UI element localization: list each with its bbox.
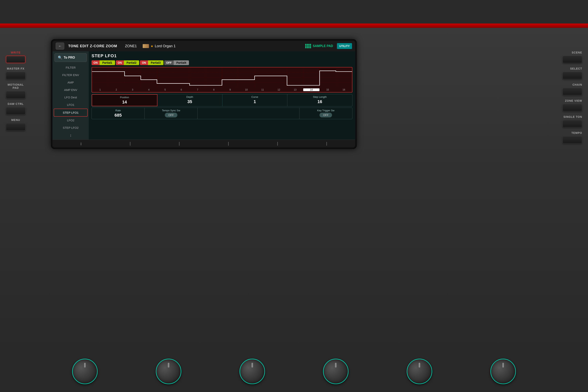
bottom-marker-1: | — [106, 141, 155, 146]
utility-button[interactable]: UTILITY — [337, 43, 352, 49]
tempo-sync-cell[interactable]: Tempo Sync Sw OFF — [145, 108, 198, 119]
step-16[interactable]: 16 — [336, 88, 352, 91]
magnify-icon: 🔍 — [58, 56, 62, 60]
tempo-sync-label: Tempo Sync Sw — [146, 109, 196, 112]
knob-1[interactable] — [72, 359, 98, 384]
step-14[interactable]: 14 — [303, 88, 320, 91]
key-trigger-cell[interactable]: Key Trigger Sw OFF — [300, 108, 352, 119]
depth-value: 35 — [159, 99, 220, 104]
curve-label: Curve — [224, 96, 286, 98]
step-3[interactable]: 3 — [124, 88, 141, 91]
step-1[interactable]: 1 — [92, 88, 108, 91]
curve-cell[interactable]: Curve 1 — [222, 94, 288, 106]
tempo-sync-button[interactable]: OFF — [165, 113, 178, 118]
partial-tab-4[interactable]: OFF Partial4 — [164, 60, 189, 65]
step-11[interactable]: 11 — [254, 88, 271, 91]
write-label: WRITE — [11, 51, 20, 54]
write-group: WRITE — [6, 51, 26, 63]
params-row-1: Position 14 Depth 35 Curve 1 Step Leng — [92, 94, 352, 106]
chain-button[interactable] — [562, 88, 582, 95]
partial-tab-3[interactable]: ON Partial3 — [140, 60, 164, 65]
step-10[interactable]: 10 — [238, 88, 254, 91]
knob-3[interactable] — [240, 359, 265, 384]
sidebar-item-amp[interactable]: AMP — [52, 79, 89, 86]
key-trigger-button[interactable]: OFF — [320, 113, 332, 118]
master-fx-group: MASTER FX — [6, 67, 26, 79]
step-8[interactable]: 8 — [206, 88, 222, 91]
partial-tab-2[interactable]: ON Partial2 — [116, 60, 139, 65]
step-9[interactable]: 9 — [222, 88, 238, 91]
patch-star-icon: ★ — [150, 44, 153, 48]
sidebar-item-filter[interactable]: FILTER — [52, 64, 89, 71]
knob-6[interactable] — [490, 359, 516, 384]
step-6[interactable]: 6 — [173, 88, 190, 91]
sidebar-item-step-lfo2[interactable]: STEP LFO2 — [52, 124, 89, 132]
scene-button[interactable] — [562, 56, 582, 63]
sidebar-item-filter-env[interactable]: FILTER ENV — [52, 71, 89, 79]
sidebar-scroll-arrow[interactable]: ↕ — [52, 132, 89, 139]
write-button[interactable] — [6, 56, 26, 63]
back-button[interactable]: ← — [56, 42, 64, 50]
sample-pad-indicator[interactable]: SAMPLE PAD — [305, 44, 333, 48]
patch-name: Lord Organ 1 — [155, 44, 176, 48]
screen-header: ← TONE EDIT Z-CORE ZOOM ZONE1 ★ Lord Org… — [52, 41, 355, 51]
select-button[interactable] — [562, 72, 582, 79]
master-fx-button[interactable] — [6, 72, 26, 79]
sidebar-item-step-lfo1[interactable]: STEP LFO1 — [54, 108, 88, 116]
zone-label: ZONE1 — [125, 44, 137, 48]
tempo-group: TEMPO — [562, 131, 582, 144]
depth-label: Depth — [159, 96, 220, 98]
position-label: Position — [94, 96, 155, 99]
sample-pad-icon — [305, 44, 311, 48]
knobs-row — [43, 359, 545, 384]
step-13[interactable]: 13 — [287, 88, 303, 91]
menu-label: MENU — [11, 118, 20, 122]
sidebar-item-lfo-dest[interactable]: LFO Dest — [52, 94, 89, 101]
waveform-display[interactable]: 1 2 3 4 5 6 7 8 9 10 11 12 13 — [92, 67, 352, 92]
position-cell[interactable]: Position 14 — [92, 94, 158, 106]
tempo-button[interactable] — [562, 136, 582, 144]
knob-2[interactable] — [156, 359, 181, 384]
daw-ctrl-label: DAW CTRL — [8, 102, 24, 106]
rate-cell[interactable]: Rate 685 — [92, 108, 145, 119]
sidebar-item-amp-env[interactable]: AMP ENV — [52, 86, 89, 94]
zone-view-label: ZONE VIEW — [565, 99, 582, 102]
step-numbers: 1 2 3 4 5 6 7 8 9 10 11 12 13 — [92, 88, 352, 92]
bottom-marker-4: | — [253, 141, 302, 146]
single-ton-button[interactable] — [562, 120, 582, 128]
motional-pad-group: MOTIONALPAD — [6, 83, 26, 98]
step-4[interactable]: 4 — [141, 88, 157, 91]
scene-group: SCENE — [562, 51, 582, 63]
step-12[interactable]: 12 — [271, 88, 287, 91]
zone-view-button[interactable] — [562, 104, 582, 111]
scene-label: SCENE — [572, 51, 582, 54]
knob-5[interactable] — [407, 359, 432, 384]
master-fx-label: MASTER FX — [7, 67, 24, 70]
step-15[interactable]: 15 — [320, 88, 336, 91]
step-7[interactable]: 7 — [190, 88, 206, 91]
sidebar-item-lfo1[interactable]: LFO1 — [52, 101, 89, 108]
daw-ctrl-button[interactable] — [6, 107, 26, 114]
step-5[interactable]: 5 — [157, 88, 173, 91]
step-length-label: Step Length — [289, 96, 350, 98]
sidebar: 🔍 To PRO FILTER FILTER ENV AMP AMP ENV L… — [52, 51, 89, 140]
knob-4[interactable] — [323, 359, 348, 384]
chain-group: CHAIN — [562, 83, 582, 95]
to-pro-button[interactable]: 🔍 To PRO — [54, 53, 87, 62]
partial3-name: Partial3 — [148, 60, 164, 65]
motional-pad-button[interactable] — [6, 91, 26, 98]
step-2[interactable]: 2 — [108, 88, 124, 91]
right-panel: SCENE SELECT CHAIN ZONE VIEW SINGLE TON … — [562, 51, 582, 144]
bottom-arrow[interactable]: ↕ — [56, 141, 106, 146]
menu-button[interactable] — [6, 123, 26, 130]
partial-tab-1[interactable]: ON Partial1 — [92, 60, 115, 65]
red-accent-stripe — [0, 24, 588, 28]
knob-container-6 — [490, 359, 516, 384]
step-length-cell[interactable]: Step Length 16 — [287, 94, 352, 106]
zone-view-group: ZONE VIEW — [562, 99, 582, 111]
depth-cell[interactable]: Depth 35 — [158, 94, 222, 106]
panel-title: STEP LFO1 — [92, 53, 352, 58]
spacer-cell — [198, 108, 299, 119]
main-panel: STEP LFO1 ON Partial1 ON Partial2 ON — [89, 51, 355, 140]
sidebar-item-lfo2[interactable]: LFO2 — [52, 116, 89, 124]
